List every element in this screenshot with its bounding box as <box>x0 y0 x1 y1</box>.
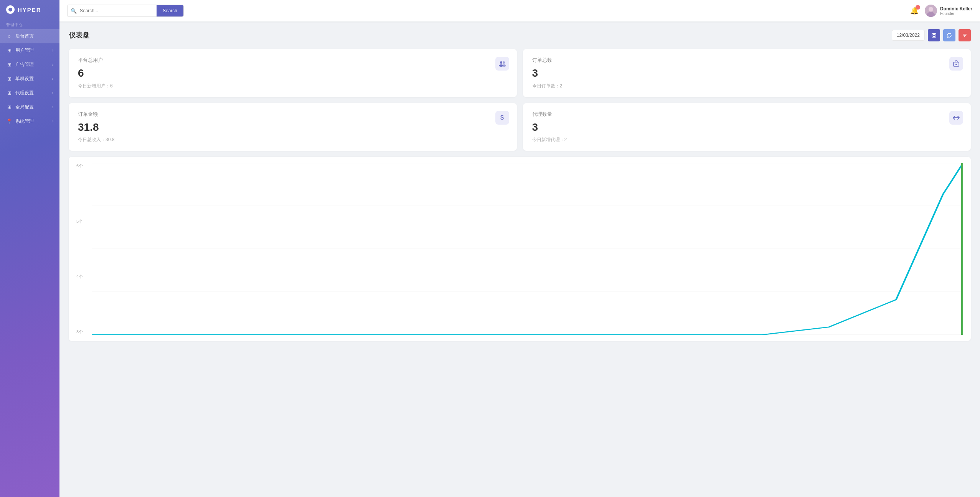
header-actions: 12/03/2022 <box>892 29 971 41</box>
svg-point-11 <box>500 61 502 64</box>
users-icon: ⊞ <box>6 48 12 54</box>
sidebar-item-ads[interactable]: ⊞ 广告管理 › <box>0 58 59 72</box>
sidebar-item-label: 全局配置 <box>15 104 34 110</box>
svg-rect-5 <box>933 36 935 37</box>
stat-value: 3 <box>532 121 962 134</box>
stat-card-order-amount: 订单金额 31.8 今日总收入：30.8 $ <box>69 103 517 151</box>
chevron-right-icon: › <box>52 91 53 95</box>
stat-label: 订单总数 <box>532 57 962 64</box>
home-icon: ○ <box>6 33 12 39</box>
chevron-right-icon: › <box>52 77 53 81</box>
y-label-5: 5个 <box>76 219 83 224</box>
svg-point-16 <box>955 64 957 65</box>
chevron-right-icon: › <box>52 48 53 53</box>
stats-grid: 平台总用户 6 今日新增用户：6 订单总数 3 今日订单数：2 <box>69 49 971 151</box>
user-info[interactable]: Dominic Keller Founder <box>925 5 972 17</box>
logo-text: HYPER <box>18 7 41 13</box>
refresh-button[interactable] <box>943 29 955 41</box>
page-title: 仪表盘 <box>69 31 89 40</box>
stat-value: 3 <box>532 67 962 80</box>
search-input[interactable] <box>80 5 157 16</box>
sidebar-item-label: 广告管理 <box>15 61 34 68</box>
sidebar: HYPER 管理中心 ○ 后台首页 ⊞ 用户管理 › ⊞ 广告管理 › ⊞ 单群… <box>0 0 59 497</box>
logo-icon <box>6 5 15 14</box>
svg-rect-4 <box>933 33 935 35</box>
filter-button[interactable] <box>959 29 971 41</box>
stat-sub: 今日总收入：30.8 <box>78 137 508 143</box>
agents-icon: ⊞ <box>6 90 12 96</box>
sidebar-item-global[interactable]: ⊞ 全局配置 › <box>0 100 59 114</box>
topbar: 🔍 Search 🔔 Dominic Keller <box>59 0 980 21</box>
date-display: 12/03/2022 <box>892 30 925 41</box>
stat-label: 订单金额 <box>78 111 508 118</box>
amount-stat-icon: $ <box>495 111 509 125</box>
topbar-icons: 🔔 Dominic Keller Founder <box>910 5 972 17</box>
chevron-right-icon: › <box>52 105 53 109</box>
sidebar-item-label: 用户管理 <box>15 47 34 54</box>
chevron-right-icon: › <box>52 63 53 67</box>
chart-card: 6个 5个 4个 3个 <box>69 157 971 341</box>
chart-y-labels: 6个 5个 4个 3个 <box>76 163 83 335</box>
sidebar-item-system[interactable]: 📍 系统管理 › <box>0 114 59 128</box>
y-label-3: 3个 <box>76 329 83 335</box>
sidebar-item-label: 代理设置 <box>15 90 34 96</box>
stat-value: 31.8 <box>78 121 508 134</box>
user-name-wrap: Dominic Keller Founder <box>940 6 972 16</box>
stat-card-total-orders: 订单总数 3 今日订单数：2 <box>523 49 971 97</box>
sidebar-logo: HYPER <box>0 0 59 19</box>
svg-point-12 <box>503 61 505 64</box>
sidebar-item-users[interactable]: ⊞ 用户管理 › <box>0 43 59 58</box>
stat-card-total-users: 平台总用户 6 今日新增用户：6 <box>69 49 517 97</box>
sidebar-item-label: 单群设置 <box>15 76 34 82</box>
stat-card-agent-count: 代理数量 3 今日新增代理：2 <box>523 103 971 151</box>
save-button[interactable] <box>928 29 940 41</box>
sidebar-item-agents[interactable]: ⊞ 代理设置 › <box>0 86 59 100</box>
svg-point-14 <box>502 64 506 67</box>
stat-label: 平台总用户 <box>78 57 508 64</box>
content: 仪表盘 12/03/2022 <box>59 21 980 497</box>
user-name: Dominic Keller <box>940 6 972 12</box>
stat-label: 代理数量 <box>532 111 962 118</box>
stat-value: 6 <box>78 67 508 80</box>
sidebar-item-home[interactable]: ○ 后台首页 <box>0 29 59 43</box>
sidebar-section-label: 管理中心 <box>0 19 59 29</box>
system-icon: 📍 <box>6 118 12 125</box>
agent-stat-icon <box>949 111 963 125</box>
chart-area <box>92 163 963 335</box>
notification-icon[interactable]: 🔔 <box>910 7 919 15</box>
y-label-6: 6个 <box>76 163 83 169</box>
svg-point-1 <box>929 7 933 12</box>
chevron-right-icon: › <box>52 119 53 123</box>
sidebar-item-groups[interactable]: ⊞ 单群设置 › <box>0 72 59 86</box>
orders-stat-icon <box>949 57 963 71</box>
svg-rect-22 <box>961 163 963 335</box>
search-icon: 🔍 <box>68 8 80 14</box>
groups-icon: ⊞ <box>6 76 12 82</box>
notification-badge <box>916 5 920 10</box>
page-header: 仪表盘 12/03/2022 <box>69 29 971 41</box>
main-area: 🔍 Search 🔔 Dominic Keller <box>59 0 980 497</box>
search-button[interactable]: Search <box>157 5 183 16</box>
y-label-4: 4个 <box>76 274 83 280</box>
avatar <box>925 5 937 17</box>
user-role: Founder <box>940 12 972 16</box>
sidebar-item-label: 系统管理 <box>15 118 34 125</box>
stat-sub: 今日订单数：2 <box>532 83 962 89</box>
stat-sub: 今日新增代理：2 <box>532 137 962 143</box>
users-stat-icon <box>495 57 509 71</box>
stat-sub: 今日新增用户：6 <box>78 83 508 89</box>
ads-icon: ⊞ <box>6 62 12 68</box>
search-wrap: 🔍 Search <box>67 5 184 17</box>
global-icon: ⊞ <box>6 104 12 110</box>
sidebar-item-label: 后台首页 <box>15 33 34 39</box>
